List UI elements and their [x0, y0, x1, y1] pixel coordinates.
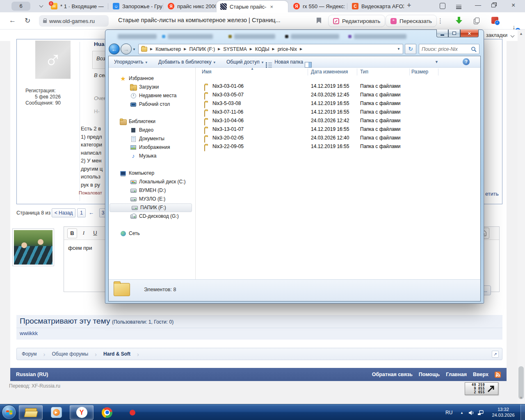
bookmark-icon[interactable] [317, 18, 321, 23]
search-box[interactable]: Поиск: price-Nix [419, 44, 479, 54]
underline-button[interactable]: U [90, 228, 100, 238]
file-row[interactable]: Nix3-03-01-0614.12.2019 16:55Папка с фай… [196, 82, 480, 91]
sidebar-item-favorites[interactable]: ★Избранное [109, 74, 193, 83]
add-to-library-button[interactable]: Добавить в библиотеку [158, 59, 215, 65]
retell-button[interactable]: “ Пересказать [386, 15, 437, 27]
file-row[interactable]: Nix3-07-11-0614.12.2019 16:55Папка с фай… [196, 108, 480, 116]
tab-old-prices-active[interactable]: Старые прайс- × [217, 1, 288, 12]
file-row[interactable]: Nix3-20-02-0524.03.2026 12:40Папка с фай… [196, 134, 480, 142]
sidebar-item-computer[interactable]: Компьютер [109, 169, 193, 178]
footer-link-help[interactable]: Помощь [419, 372, 440, 377]
taskbar-chrome-button[interactable] [95, 405, 119, 420]
crumb-price-nix[interactable]: price-Nix [278, 46, 297, 52]
footer-link-contact[interactable]: Обратная связь [372, 372, 413, 377]
tab-mail[interactable]: ✉ * 1 · Входящие — [47, 0, 107, 12]
sidebar-item-disk-f-selected[interactable]: ПАПИК (F:) [110, 203, 192, 212]
file-row[interactable]: Nix3-22-09-0514.12.2019 16:55Папка с фай… [196, 142, 480, 151]
report-link[interactable]: Пожаловат [79, 190, 102, 195]
sidebar-item-network[interactable]: Сеть [109, 229, 193, 238]
pagination-arrow[interactable]: ← [89, 210, 94, 216]
maximize-button[interactable] [448, 30, 460, 37]
sidebar-item-libraries[interactable]: Библиотеки [109, 117, 193, 126]
refresh-button[interactable]: ↻ [405, 44, 416, 54]
column-name[interactable]: Имя [202, 69, 211, 75]
crumb-computer[interactable]: Компьютер [155, 46, 181, 52]
column-type[interactable]: Тип [360, 69, 368, 75]
tab-videocard[interactable]: C Видеокарта AFOX [348, 0, 404, 12]
bold-button[interactable]: B [67, 228, 77, 238]
pagination-back-button[interactable]: < Назад [52, 208, 75, 217]
tab-rx550[interactable]: Я rx 550 — Яндекс: [290, 0, 346, 12]
bookmarks-overflow-button[interactable]: закладки [486, 32, 507, 38]
tab-price-nix[interactable]: Я прайс никс 2000 [164, 0, 216, 12]
taskbar-opera-button[interactable] [121, 405, 144, 420]
sidebar-item-downloads[interactable]: ↓Загрузки [109, 83, 193, 91]
sidebar-item-video[interactable]: Видео [109, 126, 193, 135]
nav-forward-button[interactable]: → [121, 43, 132, 55]
tab-zaporozhye[interactable]: ☺ Запорожье - Груп [109, 0, 162, 12]
sidebar-item-disk-c[interactable]: Локальный диск (C:) [109, 178, 193, 186]
hidden-icons-chevron[interactable]: ▲ [460, 411, 463, 415]
language-indicator[interactable]: RU [445, 410, 452, 415]
download-manager-icon[interactable] [454, 16, 463, 27]
file-row[interactable]: Nix3-13-01-0714.12.2019 16:55Папка с фай… [196, 125, 480, 134]
share-button[interactable]: Общий доступ [226, 59, 263, 65]
sidebar-item-music[interactable]: ♪Музыка [109, 152, 193, 160]
organize-button[interactable]: Упорядочить [114, 59, 147, 65]
column-date[interactable]: Дата изменения [311, 69, 348, 75]
start-button[interactable] [2, 405, 16, 420]
italic-button[interactable]: I [79, 228, 89, 238]
crumb-papik[interactable]: ПАПИК (F:) [189, 46, 215, 52]
extension-icon[interactable] [491, 17, 498, 24]
window-close-button[interactable]: × [511, 2, 515, 9]
minimize-button[interactable] [436, 30, 448, 37]
more-options-icon[interactable]: ⋮ [437, 17, 443, 25]
viewer-user-link[interactable]: wwiikkk [20, 330, 38, 336]
taskbar-yandex-browser-button[interactable]: Y [70, 405, 94, 420]
show-desktop-button[interactable] [520, 404, 525, 420]
crumb-systema[interactable]: SYSTEMA [223, 46, 247, 52]
views-chevron-icon[interactable]: ▼ [435, 60, 438, 64]
footer-link-top[interactable]: Вверх [473, 372, 488, 377]
close-button[interactable]: × [460, 30, 479, 37]
open-in-new-icon[interactable]: ↗ [492, 351, 499, 358]
window-minimize-button[interactable]: — [475, 1, 481, 8]
rss-icon[interactable] [495, 372, 501, 378]
network-icon[interactable] [477, 410, 484, 417]
sidebar-item-disk-e[interactable]: МУЗЛО (E:) [109, 195, 193, 203]
crumb-kody[interactable]: КОДЫ [255, 46, 269, 52]
sidebar-item-documents[interactable]: Документы [109, 135, 193, 143]
sidebar-item-desktop[interactable]: Рабочий стол [109, 100, 193, 109]
chevron-down-icon[interactable] [511, 34, 515, 38]
pagination-page-1[interactable]: 1 [77, 208, 86, 217]
sidebar-item-disk-d[interactable]: ВУМЕН (D:) [109, 186, 193, 195]
footer-link-home[interactable]: Главная [446, 372, 467, 377]
views-icon[interactable] [266, 62, 272, 68]
reload-icon[interactable]: ↻ [25, 16, 30, 25]
sidebar-item-recent[interactable]: Недавние места [109, 91, 193, 100]
column-size[interactable]: Размер [411, 69, 428, 75]
address-dropdown-icon[interactable]: ▼ [397, 47, 400, 51]
tab-counter-button[interactable]: 6 [11, 2, 30, 11]
new-folder-button[interactable]: Новая папка [274, 59, 303, 65]
taskbar-clock[interactable]: 13:32 24.03.2026 [489, 406, 518, 418]
window-restore-button[interactable] [491, 4, 495, 7]
file-row[interactable]: Nix3-5-03-0814.12.2019 16:55Папка с файл… [196, 99, 480, 108]
scrollbar-thumb[interactable] [518, 366, 524, 399]
post-username[interactable]: Hua [94, 41, 105, 47]
scroll-down-icon[interactable]: ▼ [519, 396, 523, 400]
crumb-forum[interactable]: Форум [22, 351, 37, 357]
crumb-general[interactable]: Общие форумы [52, 351, 88, 357]
tab-close-icon[interactable]: × [270, 4, 273, 10]
history-chevron-icon[interactable]: ▼ [132, 48, 136, 51]
taskbar-explorer-button[interactable] [19, 405, 43, 420]
explorer-breadcrumb-bar[interactable]: ▶Компьютер ▶ПАПИК (F:) ▶SYSTEMA ▶КОДЫ ▶p… [138, 44, 403, 54]
url-pill[interactable]: www.old-games.ru [39, 15, 109, 27]
file-row[interactable]: Nix3-10-04-0624.03.2026 12:42Папка с фай… [196, 116, 480, 125]
nav-back-button[interactable]: ← [109, 43, 120, 55]
photo-thumbnail[interactable] [12, 228, 54, 266]
reply-link[interactable]: етить [485, 191, 499, 197]
page-scrollbar[interactable]: ▲ ▼ [518, 30, 525, 404]
volume-icon[interactable] [468, 410, 475, 417]
avatar[interactable]: ♂ [35, 41, 71, 79]
